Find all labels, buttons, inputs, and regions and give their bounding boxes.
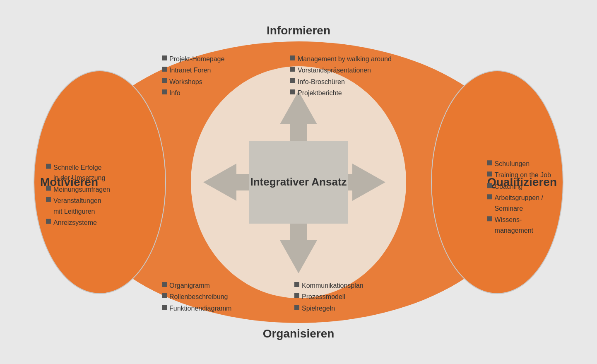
label-organisieren: Organisieren (263, 327, 335, 340)
bullet-icon (162, 78, 167, 83)
list-item: Management by walking around (290, 54, 392, 65)
list-item: Anreizsysteme (46, 217, 110, 228)
bullet-icon (162, 282, 167, 287)
bullet-icon (290, 55, 295, 60)
list-item: Workshops (162, 77, 224, 87)
bullet-icon (294, 293, 299, 298)
list-organisieren-right: Kommunikationsplan Prozessmodell Spielre… (294, 280, 363, 315)
list-item: Wissens-management (487, 215, 551, 236)
bullet-icon (162, 55, 167, 60)
list-informieren-left: Projekt-Homepage Intranet Foren Workshop… (162, 54, 224, 99)
list-item: Coaching (487, 181, 551, 192)
bullet-icon (162, 293, 167, 298)
list-item: Intranet Foren (162, 65, 224, 76)
list-item: Info (162, 88, 224, 99)
bullet-icon (46, 164, 51, 169)
bullet-icon (46, 219, 51, 224)
list-qualifizieren: Schulungen Training on the Job Coaching … (487, 159, 551, 237)
list-item: Info-Broschüren (290, 77, 392, 87)
bullet-icon (487, 160, 492, 165)
bullet-icon (294, 305, 299, 310)
bullet-icon (162, 89, 167, 94)
list-item: Rollenbeschreibung (162, 292, 231, 302)
list-item: Schnelle Erfolgein der Umsetzung (46, 162, 110, 183)
list-item: Veranstaltungenmit Leitfiguren (46, 195, 110, 217)
list-item: Kommunikationsplan (294, 280, 363, 291)
list-item: Prozessmodell (294, 292, 363, 302)
bullet-icon (46, 186, 51, 190)
list-motivieren: Schnelle Erfolgein der Umsetzung Meinung… (46, 162, 110, 229)
bullet-icon (487, 171, 492, 176)
bullet-icon (290, 89, 295, 94)
list-informieren-right: Management by walking around Vorstandspr… (290, 54, 392, 99)
list-item: Meinungsumfragen (46, 184, 110, 195)
list-item: Vorstandspräsentationen (290, 65, 392, 76)
bullet-icon (487, 183, 492, 188)
center-box: Integrativer Ansatz (249, 141, 348, 224)
list-item: Projekt-Homepage (162, 54, 224, 65)
bullet-icon (294, 282, 299, 287)
list-item: Schulungen (487, 159, 551, 169)
center-title: Integrativer Ansatz (250, 175, 347, 189)
label-informieren: Informieren (267, 24, 330, 37)
bullet-icon (162, 67, 167, 72)
bullet-icon (487, 195, 492, 200)
list-item: Projektberichte (290, 88, 392, 99)
list-item: Organigramm (162, 280, 231, 291)
bullet-icon (487, 217, 492, 222)
list-item: Spielregeln (294, 303, 363, 314)
bullet-icon (290, 78, 295, 83)
list-item: Arbeitsgruppen /Seminare (487, 193, 551, 214)
bullet-icon (46, 197, 51, 202)
diagram-container: Integrativer Ansatz Informieren Organisi… (25, 12, 572, 352)
list-item: Funktionendiagramm (162, 303, 231, 314)
list-organisieren-left: Organigramm Rollenbeschreibung Funktione… (162, 280, 231, 315)
list-item: Training on the Job (487, 170, 551, 181)
bullet-icon (162, 305, 167, 310)
bullet-icon (290, 67, 295, 72)
